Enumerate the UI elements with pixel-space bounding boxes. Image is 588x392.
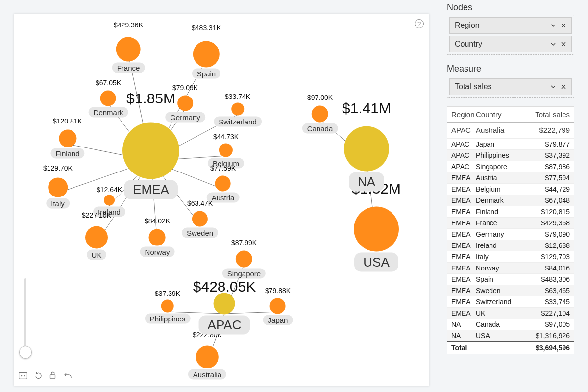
refresh-icon[interactable] <box>34 371 43 382</box>
node-label: Italy <box>46 198 70 209</box>
country-node-uk[interactable]: $227.10KUK <box>85 226 108 260</box>
table-row[interactable]: EMEASweden$63,465 <box>447 285 574 296</box>
node-value: $77.59K <box>210 164 236 172</box>
table-row[interactable]: EMEASwitzerland$33,745 <box>447 296 574 307</box>
zoom-slider-thumb[interactable] <box>19 346 32 359</box>
zoom-slider[interactable] <box>24 278 26 357</box>
node-bubble <box>214 293 235 315</box>
cell-country: Canada <box>476 320 521 328</box>
country-node-japan[interactable]: $79.88KJapan <box>263 298 293 325</box>
country-node-italy[interactable]: $129.70KItaly <box>46 178 70 209</box>
chevron-down-icon[interactable] <box>548 22 559 29</box>
table-row[interactable]: EMEAIreland$12,638 <box>447 240 574 251</box>
cell-sales: $44,729 <box>521 185 574 193</box>
country-node-sweden[interactable]: $63.47KSweden <box>182 211 218 238</box>
field-country[interactable]: Country <box>449 36 572 52</box>
svg-rect-19 <box>19 373 27 379</box>
col-header-region[interactable]: Region <box>447 110 476 119</box>
node-label: Denmark <box>89 107 128 118</box>
node-bubble <box>116 37 141 62</box>
country-node-australia[interactable]: $222.80KAustralia <box>188 346 226 380</box>
table-row[interactable]: NAUSA$1,316,926 <box>447 330 574 341</box>
cell-sales: $129,703 <box>521 253 574 261</box>
node-bubble <box>104 195 115 206</box>
cell-sales: $97,005 <box>521 320 574 328</box>
table-row[interactable]: EMEAUK$227,104 <box>447 307 574 318</box>
country-node-canada[interactable]: $97.00KCanada <box>302 106 338 134</box>
node-value: $97.00K <box>307 94 333 101</box>
country-node-spain[interactable]: $483.31KSpain <box>192 41 220 79</box>
node-bubble <box>344 126 389 172</box>
nodes-well[interactable]: Region Country <box>447 15 574 55</box>
node-label: Philippines <box>145 314 191 324</box>
region-node-usa[interactable]: $1.32MUSA <box>354 207 399 272</box>
node-value: $33.74K <box>225 93 250 100</box>
remove-icon[interactable] <box>559 41 568 47</box>
table-row[interactable]: EMEAAustria$77,594 <box>447 172 574 183</box>
cell-country: Switzerland <box>476 298 521 306</box>
table-row[interactable]: EMEAGermany$79,090 <box>447 228 574 240</box>
field-region[interactable]: Region <box>449 17 572 34</box>
country-node-switzerland[interactable]: $33.74KSwitzerland <box>214 103 262 127</box>
remove-icon[interactable] <box>559 84 568 90</box>
focus-mode-icon[interactable] <box>19 372 27 382</box>
table-row[interactable]: EMEANorway$84,016 <box>447 262 574 273</box>
region-node-emea[interactable]: $1.85MEMEA <box>122 122 179 199</box>
data-table: Region Country Total sales APACAustralia… <box>447 106 574 354</box>
table-row[interactable]: EMEAItaly$129,703 <box>447 251 574 262</box>
node-value: $79.09K <box>172 84 198 92</box>
lock-icon[interactable] <box>49 371 57 382</box>
country-node-finland[interactable]: $120.81KFinland <box>50 130 84 159</box>
table-row[interactable]: APACSingapore$87,986 <box>447 161 574 172</box>
table-row[interactable]: APACPhilippines$37,392 <box>447 149 574 161</box>
cell-country: USA <box>476 332 521 340</box>
country-node-norway[interactable]: $84.02KNorway <box>140 229 175 257</box>
node-value: $79.88K <box>265 287 291 294</box>
country-node-france[interactable]: $429.36KFrance <box>112 37 145 73</box>
country-node-denmark[interactable]: $67.05KDenmark <box>89 91 128 118</box>
node-value: $67.05K <box>96 79 121 87</box>
table-row[interactable]: EMEAFinland$120,815 <box>447 206 574 217</box>
table-row[interactable]: EMEADenmark$67,048 <box>447 195 574 206</box>
node-value: $63.47K <box>187 199 213 207</box>
measure-well-title: Measure <box>447 64 574 74</box>
cell-region: EMEA <box>447 287 476 294</box>
region-node-apac[interactable]: $428.05KAPAC <box>199 293 250 335</box>
chevron-down-icon[interactable] <box>548 41 559 48</box>
node-value: $12.64K <box>97 186 122 194</box>
table-row[interactable]: APACAustralia$222,799 <box>447 122 574 138</box>
cell-sales: $63,465 <box>521 287 574 294</box>
table-row[interactable]: EMEABelgium$44,729 <box>447 183 574 195</box>
cell-region: APAC <box>447 163 476 171</box>
country-node-singapore[interactable]: $87.99KSingapore <box>222 251 266 279</box>
col-header-country[interactable]: Country <box>476 110 521 119</box>
remove-icon[interactable] <box>559 23 568 28</box>
table-row[interactable]: EMEAFrance$429,358 <box>447 217 574 228</box>
undo-icon[interactable] <box>64 372 72 382</box>
node-value: $1.41M <box>342 100 391 117</box>
node-bubble <box>192 211 208 227</box>
cell-sales: $429,358 <box>521 219 574 227</box>
cell-sales: $120,815 <box>521 208 574 216</box>
measure-well[interactable]: Total sales <box>447 76 574 98</box>
table-row[interactable]: EMEASpain$483,306 <box>447 273 574 285</box>
node-bubble <box>149 229 166 246</box>
node-value: $227.10K <box>82 211 111 219</box>
field-label: Country <box>455 40 548 49</box>
cell-region: EMEA <box>447 242 476 249</box>
cell-country: France <box>476 219 521 227</box>
cell-country: Austria <box>476 174 521 182</box>
cell-country: Ireland <box>476 242 521 249</box>
node-value: $1.85M <box>126 90 175 107</box>
table-row[interactable]: APACJapan$79,877 <box>447 138 574 149</box>
table-row[interactable]: NACanada$97,005 <box>447 318 574 330</box>
field-measure[interactable]: Total sales <box>449 78 572 95</box>
cell-region: EMEA <box>447 298 476 306</box>
chevron-down-icon[interactable] <box>548 83 559 90</box>
chart-canvas[interactable]: ? $429.36KFrance$483.31KSpain$67.05KDenm… <box>14 14 429 386</box>
region-node-na[interactable]: $1.41MNA <box>344 126 389 192</box>
country-node-philippines[interactable]: $37.39KPhilippines <box>145 300 191 324</box>
country-node-austria[interactable]: $77.59KAustria <box>207 176 240 203</box>
cell-country: Denmark <box>476 196 521 204</box>
col-header-sales[interactable]: Total sales <box>521 110 574 119</box>
